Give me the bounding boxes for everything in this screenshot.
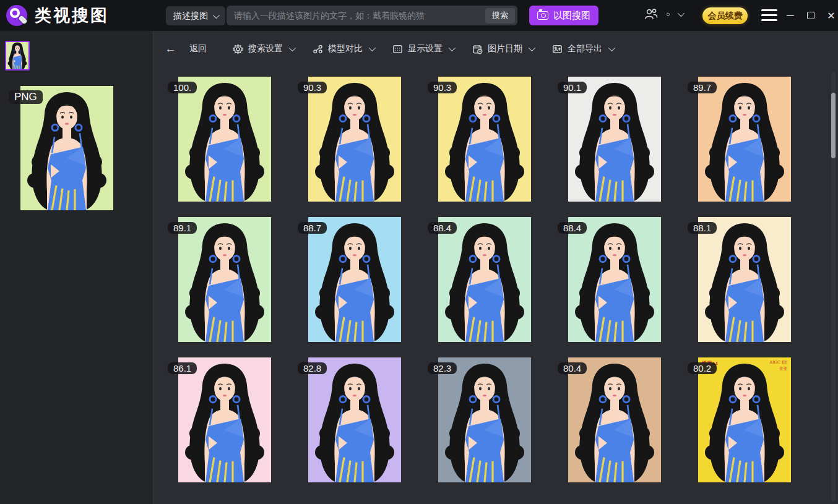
toolbar-search-settings[interactable]: 搜索设置 xyxy=(233,43,294,54)
result-card[interactable]: 88.1 xyxy=(698,217,791,342)
app-logo-magnifier-icon xyxy=(6,5,27,26)
result-figure xyxy=(698,77,791,202)
score-badge: 82.8 xyxy=(298,362,327,374)
result-figure xyxy=(438,77,531,202)
search-bar: 搜索 xyxy=(227,6,517,25)
toolbar-search-settings-label: 搜索设置 xyxy=(248,43,283,54)
account-menu[interactable] xyxy=(644,7,683,21)
search-button[interactable]: 搜索 xyxy=(485,8,515,23)
query-image-thumbnail-selected[interactable] xyxy=(5,41,30,70)
score-badge: 88.1 xyxy=(688,222,717,234)
main-content: ← 返回 搜索设置 模型对比 显示设置 图片日期 全部导出 100. xyxy=(154,31,838,504)
camera-icon xyxy=(537,11,548,20)
format-badge: PNG xyxy=(9,90,43,104)
result-card[interactable]: 90.3 xyxy=(438,77,531,202)
menu-hamburger-icon[interactable] xyxy=(761,9,777,22)
chevron-down-icon xyxy=(213,11,220,18)
compare-icon xyxy=(313,44,323,54)
score-badge: 80.4 xyxy=(558,362,587,374)
query-preview-figure xyxy=(20,86,113,210)
toolbar-image-date[interactable]: 图片日期 xyxy=(472,43,533,54)
results-toolbar: ← 返回 搜索设置 模型对比 显示设置 图片日期 全部导出 xyxy=(154,31,838,67)
score-badge: 80.2 xyxy=(688,362,717,374)
result-figure xyxy=(698,357,791,482)
result-card[interactable]: 80.2 插画AI AIGC BY变变 xyxy=(698,357,791,482)
users-icon xyxy=(644,7,659,21)
toolbar-model-compare-label: 模型对比 xyxy=(328,43,363,54)
score-badge: 88.4 xyxy=(558,222,587,234)
top-bar: 类视搜图 描述搜图 搜索 以图搜图 会员续费 ─ ✕ xyxy=(0,0,838,31)
chevron-down-icon xyxy=(608,45,615,51)
display-icon xyxy=(392,44,403,54)
search-mode-label: 描述搜图 xyxy=(173,11,208,22)
search-mode-dropdown[interactable]: 描述搜图 xyxy=(166,6,225,25)
toolbar-export-all[interactable]: 全部导出 xyxy=(552,43,613,54)
export-icon xyxy=(552,44,563,54)
chevron-down-icon xyxy=(369,45,376,51)
score-badge: 88.7 xyxy=(298,222,327,234)
window-close-button[interactable]: ✕ xyxy=(822,6,838,25)
score-badge: 90.3 xyxy=(298,82,327,93)
score-badge: 90.3 xyxy=(428,82,457,93)
card-watermark-topright: AIGC BY变变 xyxy=(770,360,787,372)
back-label: 返回 xyxy=(189,43,207,54)
result-card[interactable]: 90.3 xyxy=(308,77,401,202)
result-figure xyxy=(698,217,791,342)
result-figure xyxy=(438,357,531,482)
result-card[interactable]: 80.4 xyxy=(568,357,661,482)
score-badge: 100. xyxy=(168,82,197,93)
image-search-label: 以图搜图 xyxy=(553,10,590,22)
toolbar-export-all-label: 全部导出 xyxy=(568,43,602,54)
scrollbar-thumb[interactable] xyxy=(831,93,836,158)
query-thumbnail-figure xyxy=(6,42,28,69)
chevron-down-icon xyxy=(529,45,535,51)
window-minimize-button[interactable]: ─ xyxy=(781,6,800,25)
result-figure xyxy=(178,217,271,342)
score-badge: 86.1 xyxy=(168,362,197,374)
score-badge: 88.4 xyxy=(428,222,457,234)
search-input[interactable] xyxy=(227,11,485,20)
result-card[interactable]: 86.1 xyxy=(178,357,271,482)
result-figure xyxy=(178,77,271,202)
app-title: 类视搜图 xyxy=(35,4,109,27)
score-badge: 82.3 xyxy=(428,362,457,374)
result-card[interactable]: 88.4 xyxy=(438,217,531,342)
membership-renew-button[interactable]: 会员续费 xyxy=(702,7,748,24)
score-badge: 89.1 xyxy=(168,222,197,234)
result-card[interactable]: 82.3 xyxy=(438,357,531,482)
results-grid: 100. 90.3 90.3 90.1 89.7 xyxy=(178,77,838,482)
calendar-clock-icon xyxy=(472,44,483,54)
result-card[interactable]: 89.1 xyxy=(178,217,271,342)
sidebar: PNG xyxy=(0,31,153,504)
back-arrow-icon: ← xyxy=(165,42,176,56)
result-card[interactable]: 90.1 xyxy=(568,77,661,202)
result-card[interactable]: 82.8 xyxy=(308,357,401,482)
result-card[interactable]: 88.4 xyxy=(568,217,661,342)
gear-icon xyxy=(233,44,243,54)
toolbar-model-compare[interactable]: 模型对比 xyxy=(313,43,374,54)
chevron-down-icon xyxy=(449,45,456,51)
result-figure xyxy=(308,357,401,482)
status-dot-icon xyxy=(667,13,670,16)
score-badge: 90.1 xyxy=(558,82,587,93)
result-figure xyxy=(178,357,271,482)
score-badge: 89.7 xyxy=(688,82,717,93)
chevron-down-icon xyxy=(289,45,296,51)
result-figure xyxy=(438,217,531,342)
window-maximize-button[interactable] xyxy=(801,6,820,25)
account-chevron-down-icon xyxy=(678,10,685,17)
result-card[interactable]: 88.7 xyxy=(308,217,401,342)
result-card[interactable]: 100. xyxy=(178,77,271,202)
toolbar-display-settings-label: 显示设置 xyxy=(408,43,443,54)
back-button[interactable]: ← 返回 xyxy=(165,42,207,56)
image-search-button[interactable]: 以图搜图 xyxy=(529,6,598,25)
result-card[interactable]: 89.7 xyxy=(698,77,791,202)
query-image-preview[interactable]: PNG xyxy=(20,86,113,210)
result-figure xyxy=(568,217,661,342)
toolbar-display-settings[interactable]: 显示设置 xyxy=(392,43,454,54)
toolbar-image-date-label: 图片日期 xyxy=(488,43,522,54)
result-figure xyxy=(308,77,401,202)
result-figure xyxy=(568,357,661,482)
result-figure xyxy=(568,77,661,202)
result-figure xyxy=(308,217,401,342)
